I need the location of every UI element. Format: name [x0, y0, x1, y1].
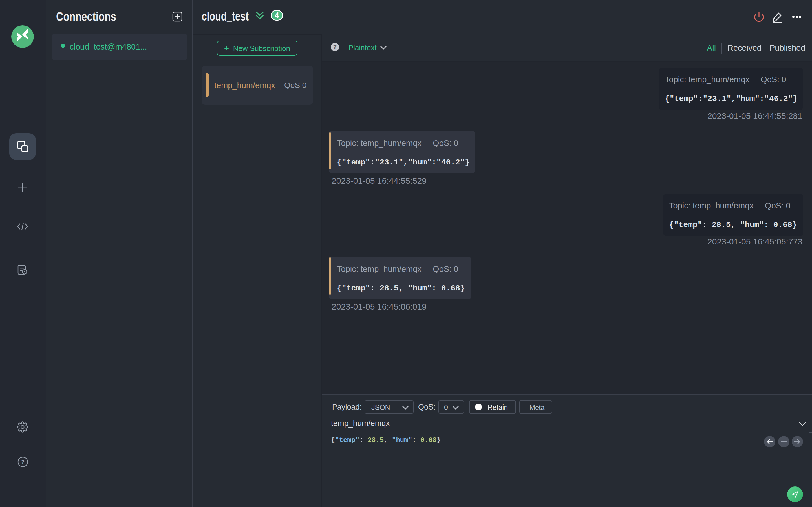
svg-text:?: ? — [21, 459, 25, 465]
